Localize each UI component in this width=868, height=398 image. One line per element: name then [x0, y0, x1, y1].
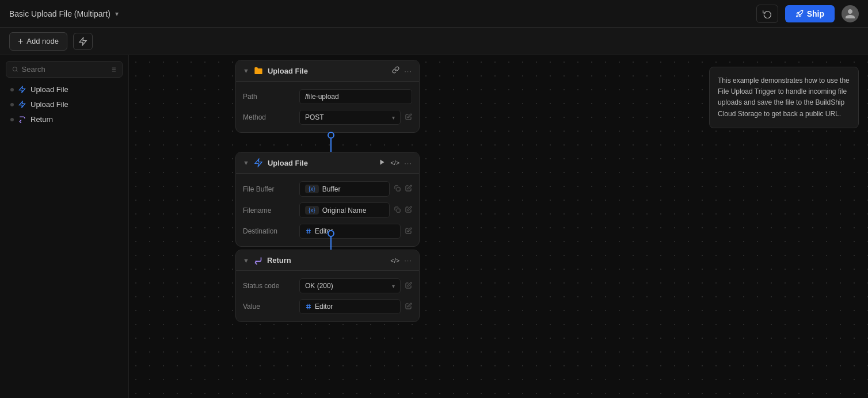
trigger-path-row: Path /file-upload — [243, 86, 412, 107]
folder-icon — [254, 66, 263, 75]
return-more-icon[interactable]: ··· — [404, 256, 412, 265]
return-value: Editor — [315, 303, 333, 311]
sidebar-item-return[interactable]: Return — [2, 112, 126, 127]
upload-file-buffer-row: File Buffer {x} Buffer — [243, 178, 412, 200]
search-icon — [12, 66, 18, 73]
return-title: Return — [267, 256, 386, 265]
svg-line-17 — [307, 229, 308, 234]
svg-marker-11 — [255, 159, 262, 166]
upload-title: Upload File — [268, 159, 374, 167]
upload-destination-label: Destination — [243, 227, 295, 235]
auto-layout-button[interactable] — [73, 33, 93, 50]
trigger-title: Upload File — [268, 67, 387, 75]
auto-layout-icon — [78, 37, 87, 46]
destination-edit-icon[interactable] — [405, 227, 412, 236]
trigger-more-icon[interactable]: ··· — [404, 67, 412, 75]
node-trigger: ▼ Upload File ··· Path — [235, 60, 420, 133]
file-buffer-tag-icon: {x} — [309, 186, 315, 192]
filename-tag: {x} — [305, 206, 319, 215]
bolt-icon-2 — [18, 101, 26, 108]
return-icon — [18, 116, 26, 123]
upload-destination-value-box[interactable]: Editor — [299, 224, 401, 239]
avatar[interactable] — [842, 5, 859, 22]
trigger-method-label: Method — [243, 113, 295, 121]
destination-fx-icon — [305, 228, 312, 235]
sidebar-item-label-3: Return — [31, 115, 53, 124]
history-button[interactable] — [756, 5, 778, 23]
svg-point-1 — [13, 67, 17, 71]
connector-line-1 — [330, 139, 332, 153]
file-buffer-edit-icon[interactable] — [405, 185, 412, 193]
search-input[interactable] — [22, 65, 106, 74]
trigger-collapse-btn[interactable]: ▼ — [243, 67, 249, 74]
upload-file-buffer-value-box[interactable]: {x} Buffer — [299, 181, 390, 197]
header-chevron[interactable]: ▾ — [115, 10, 119, 18]
bolt-icon-1 — [18, 86, 26, 93]
sidebar-item-upload-file-2[interactable]: Upload File — [2, 97, 126, 112]
filename-copy-icon[interactable] — [394, 206, 401, 214]
trigger-path-value-box[interactable]: /file-upload — [299, 89, 412, 104]
list-icon[interactable] — [110, 66, 116, 74]
return-value-box[interactable]: Editor — [299, 299, 401, 314]
add-node-button[interactable]: + Add node — [9, 32, 67, 51]
return-status-edit-icon[interactable] — [405, 282, 412, 290]
svg-rect-14 — [397, 209, 400, 212]
trigger-path-label: Path — [243, 93, 295, 101]
svg-line-21 — [307, 304, 308, 309]
filename-edit-icon[interactable] — [405, 206, 412, 215]
sidebar: Upload File Upload File Return — [0, 55, 129, 398]
return-status-label: Status code — [243, 282, 295, 290]
file-buffer-copy-icon[interactable] — [394, 185, 401, 193]
return-value-edit-icon[interactable] — [405, 303, 412, 311]
node-trigger-header: ▼ Upload File ··· — [236, 60, 419, 82]
info-panel: This example demonstrates how to use the… — [709, 67, 859, 128]
upload-code-icon[interactable]: </> — [390, 159, 399, 166]
connector-dot-top-1 — [328, 132, 334, 139]
return-actions: </> ··· — [390, 256, 412, 265]
svg-rect-13 — [397, 187, 400, 191]
trigger-link-icon[interactable] — [392, 66, 399, 75]
sidebar-item-upload-file-1[interactable]: Upload File — [2, 82, 126, 97]
drag-handle-1 — [10, 88, 14, 91]
return-collapse-btn[interactable]: ▼ — [243, 257, 249, 264]
upload-more-icon[interactable]: ··· — [404, 159, 412, 167]
trigger-body: Path /file-upload Method POST ▾ — [236, 82, 419, 132]
header-title: Basic Upload File (Multipart) — [9, 9, 111, 18]
return-status-value-box[interactable]: OK (200) ▾ — [299, 278, 401, 293]
svg-marker-9 — [20, 86, 25, 93]
header: Basic Upload File (Multipart) ▾ Ship — [0, 0, 868, 28]
ship-label: Ship — [807, 9, 824, 18]
upload-filename-value: Original Name — [322, 206, 367, 215]
connector-dot-top-2 — [328, 230, 334, 237]
status-code-chevron-icon: ▾ — [392, 283, 395, 289]
upload-filename-value-box[interactable]: {x} Original Name — [299, 202, 390, 218]
drag-handle-3 — [10, 118, 14, 121]
add-icon: + — [18, 36, 23, 47]
return-status-value: OK (200) — [305, 282, 333, 290]
node-upload-header: ▼ Upload File </> ··· — [236, 152, 419, 174]
trigger-method-row: Method POST ▾ — [243, 107, 412, 128]
file-buffer-tag: {x} — [305, 185, 319, 193]
avatar-icon — [844, 8, 856, 20]
drag-handle-2 — [10, 103, 14, 106]
upload-filename-row: Filename {x} Original Name — [243, 200, 412, 221]
return-status-row: Status code OK (200) ▾ — [243, 275, 412, 296]
header-right: Ship — [756, 5, 859, 23]
trigger-method-value-box[interactable]: POST ▾ — [299, 110, 401, 125]
header-title-area: Basic Upload File (Multipart) ▾ — [9, 9, 119, 18]
trigger-path-value: /file-upload — [305, 93, 339, 101]
return-code-icon[interactable]: </> — [390, 257, 399, 264]
upload-filename-label: Filename — [243, 206, 295, 215]
upload-play-icon[interactable] — [379, 159, 386, 167]
svg-line-2 — [16, 71, 17, 72]
search-box[interactable] — [6, 61, 123, 78]
svg-marker-10 — [20, 101, 25, 108]
return-value-label: Value — [243, 303, 295, 311]
sidebar-item-label-2: Upload File — [31, 100, 68, 109]
filename-tag-icon: {x} — [309, 207, 315, 213]
svg-marker-0 — [79, 37, 86, 45]
return-body: Status code OK (200) ▾ Value — [236, 271, 419, 322]
ship-button[interactable]: Ship — [785, 5, 835, 22]
trigger-method-edit-icon[interactable] — [405, 113, 412, 122]
upload-collapse-btn[interactable]: ▼ — [243, 159, 249, 166]
